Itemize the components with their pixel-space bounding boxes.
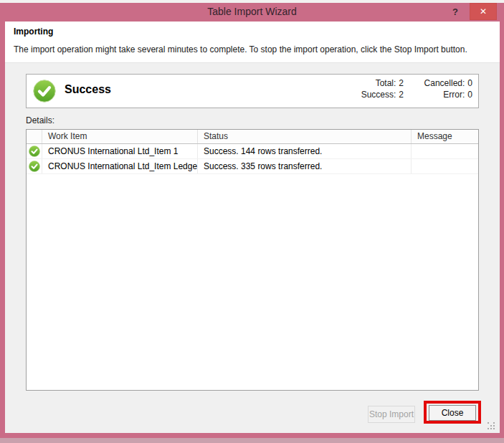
stop-import-button[interactable]: Stop Import [368, 406, 415, 423]
table-row[interactable]: CRONUS International Ltd_Item 1 Success.… [27, 144, 478, 159]
stat-error: Error:0 [404, 90, 472, 100]
help-icon[interactable]: ? [448, 5, 462, 19]
summary-panel: Success Total:2 Cancelled:0 Success:2 Er… [26, 74, 479, 108]
details-label: Details: [26, 115, 54, 125]
step-title: Importing [14, 27, 491, 37]
row-status: Success. 335 rows transferred. [198, 159, 412, 173]
header-work-item: Work Item [42, 130, 198, 143]
row-work-item: CRONUS International Ltd_Item Ledger ... [42, 159, 198, 173]
header-status: Status [198, 130, 412, 143]
desktop-bottom-strip [0, 438, 504, 443]
titlebar: Table Import Wizard ? ✕ [0, 3, 504, 22]
row-status: Success. 144 rows transferred. [198, 144, 412, 158]
row-work-item: CRONUS International Ltd_Item 1 [42, 144, 198, 158]
window-title: Table Import Wizard [0, 6, 504, 17]
summary-stats: Total:2 Cancelled:0 Success:2 Error:0 [361, 78, 472, 100]
dialog-body: Importing The import operation might tak… [5, 22, 500, 433]
stat-cancelled: Cancelled:0 [404, 78, 472, 88]
row-message [412, 144, 478, 158]
stat-success: Success:2 [361, 90, 404, 100]
summary-status: Success [65, 83, 111, 96]
table-row[interactable]: CRONUS International Ltd_Item Ledger ...… [27, 159, 478, 174]
details-table: Work Item Status Message CRONUS Internat… [26, 129, 479, 391]
stat-total: Total:2 [361, 78, 404, 88]
close-icon[interactable]: ✕ [470, 3, 497, 20]
wizard-step-header: Importing The import operation might tak… [5, 22, 500, 63]
green-check-icon [29, 161, 40, 172]
green-check-icon [29, 146, 40, 157]
header-message: Message [412, 130, 478, 143]
row-icon-cell [27, 144, 42, 158]
step-description: The import operation might take several … [14, 44, 491, 54]
row-message [412, 159, 478, 173]
table-header-row: Work Item Status Message [27, 130, 478, 144]
header-icon-column [27, 130, 42, 143]
resize-grip[interactable] [488, 422, 496, 431]
table-import-wizard-dialog: Table Import Wizard ? ✕ Importing The im… [0, 3, 504, 438]
row-icon-cell [27, 159, 42, 173]
close-button[interactable]: Close [429, 405, 476, 421]
green-check-icon [33, 80, 56, 103]
